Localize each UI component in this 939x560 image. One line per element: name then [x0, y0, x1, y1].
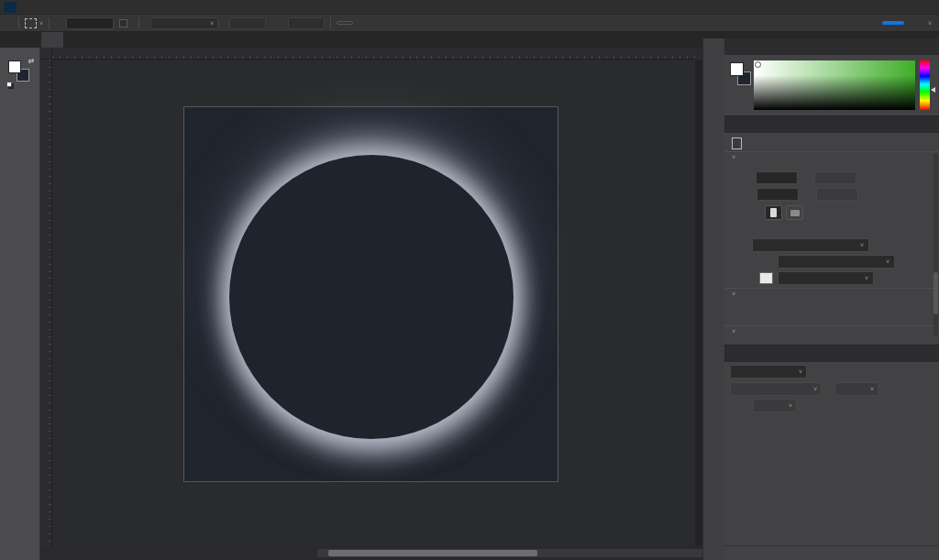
style-select[interactable]: ˅ [150, 17, 218, 29]
horizontal-ruler[interactable] [52, 48, 695, 60]
hue-slider-arrow[interactable] [931, 87, 935, 93]
options-bar: ˅ ˅ ˅ [0, 15, 939, 32]
mode-row: ˅ [724, 238, 939, 252]
chevron-down-icon: ˅ [732, 154, 735, 160]
color-picker-cursor[interactable] [755, 61, 761, 68]
landscape-orientation-button[interactable] [786, 205, 803, 220]
photoshop-window: ˅ ˅ ˅ ⇄ [0, 0, 939, 560]
swap-colors-icon[interactable]: ⇄ [28, 57, 35, 65]
canvas-width-field[interactable] [756, 171, 798, 184]
width-input[interactable] [229, 17, 266, 29]
properties-panel: ˅ [724, 116, 939, 345]
color-field[interactable] [754, 60, 915, 110]
horizontal-scrollbar-thumb[interactable] [328, 550, 537, 556]
ruler-grid-section-header[interactable]: ˅ [724, 291, 939, 297]
panel-column: ˅ [724, 38, 939, 560]
canvas-width-row [724, 171, 939, 184]
status-bar [40, 546, 702, 560]
layers-panel: ˅ ˅ ˅ ˅ [724, 346, 939, 560]
eclipse-circle-shape[interactable] [229, 155, 514, 439]
layer-filter-row: ˅ [724, 365, 939, 379]
vertical-scrollbar[interactable] [695, 60, 702, 546]
tool-bar: ⇄ [0, 48, 40, 546]
chevron-down-icon: ˅ [928, 20, 932, 27]
layer-filter-select[interactable]: ˅ [730, 365, 807, 379]
menu-bar [0, 0, 939, 15]
opacity-field[interactable]: ˅ [834, 382, 878, 396]
canvas-height-field[interactable] [757, 188, 799, 201]
toolbar-footer [0, 546, 40, 560]
blend-mode-row: ˅ ˅ [724, 382, 939, 396]
lock-row: ˅ [724, 399, 939, 412]
panel-color-swatches [730, 62, 754, 86]
bit-depth-select[interactable]: ˅ [778, 255, 895, 269]
color-swatches-widget: ⇄ [8, 60, 32, 84]
blend-mode-select[interactable]: ˅ [730, 382, 822, 396]
panel-scrollbar-thumb[interactable] [933, 272, 938, 314]
panel-scrollbar[interactable] [933, 153, 938, 336]
canvas-height-row [724, 188, 939, 201]
chevron-down-icon: ˅ [732, 291, 735, 297]
canvas-y-field[interactable] [816, 188, 858, 201]
select-and-mask-button[interactable] [337, 21, 353, 25]
color-mode-select[interactable]: ˅ [752, 238, 869, 252]
feather-input[interactable] [66, 17, 114, 29]
marquee-preset-icon [25, 18, 37, 28]
document-icon [732, 137, 742, 149]
default-colors-icon[interactable] [6, 82, 12, 87]
ruler-origin[interactable] [40, 48, 52, 60]
canvas-area[interactable] [40, 48, 702, 546]
document-tab[interactable] [41, 32, 63, 48]
antialias-checkbox[interactable] [119, 19, 127, 27]
canvas-fill-swatch[interactable] [759, 272, 773, 284]
artboard[interactable] [184, 107, 558, 481]
layers-bottom-bar [724, 545, 939, 560]
share-button[interactable] [882, 21, 904, 25]
chevron-down-icon: ˅ [39, 20, 43, 27]
hue-slider[interactable] [920, 60, 930, 110]
ps-logo-icon [4, 2, 17, 13]
portrait-orientation-button[interactable] [765, 205, 782, 220]
chevron-down-icon: ˅ [732, 328, 735, 335]
guides-section-header[interactable]: ˅ [724, 328, 939, 335]
vertical-ruler[interactable] [40, 60, 52, 546]
bit-depth-row: ˅ [724, 255, 939, 269]
orientation-row [765, 205, 939, 220]
foreground-color-swatch[interactable] [730, 62, 744, 76]
canvas-fill-row: ˅ [724, 271, 939, 285]
canvas-section-header[interactable]: ˅ [724, 154, 939, 160]
document-type-row [724, 137, 939, 149]
foreground-color-swatch[interactable] [8, 60, 21, 73]
collapsed-panel-strip [702, 38, 724, 560]
canvas-x-field[interactable] [814, 171, 856, 184]
workspace-switcher[interactable]: ˅ [921, 20, 932, 27]
fill-field[interactable]: ˅ [753, 399, 797, 412]
horizontal-scrollbar[interactable] [317, 549, 719, 557]
canvas-fill-select[interactable]: ˅ [778, 271, 874, 285]
color-panel [724, 38, 939, 115]
height-input[interactable] [288, 17, 325, 29]
tool-preset[interactable]: ˅ [25, 18, 43, 28]
